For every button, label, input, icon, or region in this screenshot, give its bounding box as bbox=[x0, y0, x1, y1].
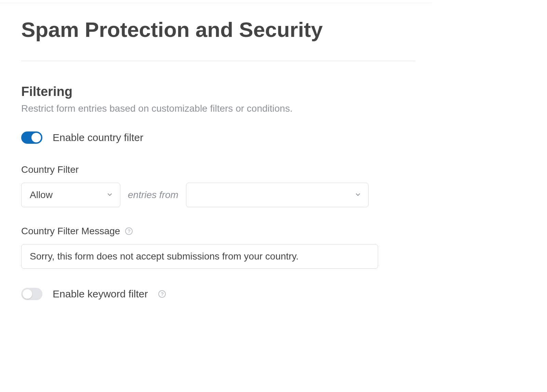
help-icon[interactable]: ? bbox=[125, 227, 133, 235]
enable-keyword-filter-label: Enable keyword filter bbox=[53, 288, 148, 300]
toggle-knob bbox=[31, 133, 41, 142]
section-divider bbox=[21, 61, 415, 61]
chevron-down-icon bbox=[355, 190, 361, 200]
country-filter-label: Country Filter bbox=[21, 164, 415, 175]
country-filter-message-input[interactable] bbox=[21, 244, 378, 269]
page-title: Spam Protection and Security bbox=[21, 17, 415, 42]
enable-country-filter-toggle[interactable] bbox=[21, 131, 42, 144]
country-filter-action-value: Allow bbox=[30, 190, 53, 200]
chevron-down-icon bbox=[106, 190, 113, 200]
enable-keyword-filter-toggle[interactable] bbox=[21, 288, 42, 300]
country-filter-action-select[interactable]: Allow bbox=[21, 183, 120, 207]
filtering-section-title: Filtering bbox=[21, 84, 415, 99]
entries-from-text: entries from bbox=[128, 190, 178, 200]
enable-country-filter-label: Enable country filter bbox=[53, 132, 143, 143]
help-icon[interactable]: ? bbox=[158, 290, 166, 298]
toggle-knob bbox=[23, 289, 32, 299]
country-filter-message-label-text: Country Filter Message bbox=[21, 226, 120, 237]
filtering-section-description: Restrict form entries based on customiza… bbox=[21, 102, 415, 115]
country-filter-countries-select[interactable] bbox=[186, 183, 369, 207]
country-filter-message-label: Country Filter Message ? bbox=[21, 226, 415, 237]
country-filter-label-text: Country Filter bbox=[21, 164, 79, 175]
